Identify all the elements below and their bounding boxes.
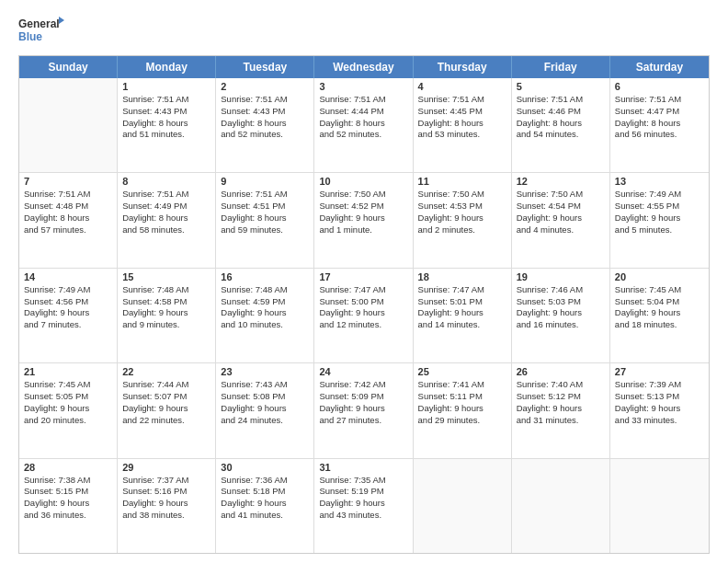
- cell-line: Sunrise: 7:51 AM: [418, 94, 506, 106]
- calendar-body: 1Sunrise: 7:51 AMSunset: 4:43 PMDaylight…: [19, 78, 709, 553]
- cell-line: Daylight: 9 hours: [24, 403, 112, 415]
- cell-line: Daylight: 9 hours: [122, 403, 210, 415]
- day-number: 22: [122, 366, 210, 377]
- cell-line: Sunset: 5:12 PM: [517, 391, 605, 403]
- calendar-day-11: 11Sunrise: 7:50 AMSunset: 4:53 PMDayligh…: [414, 173, 512, 267]
- cell-line: and 57 minutes.: [24, 224, 112, 236]
- cell-line: and 24 minutes.: [221, 415, 309, 427]
- cell-line: Sunrise: 7:51 AM: [615, 94, 704, 106]
- header-day-friday: Friday: [512, 56, 610, 78]
- day-number: 5: [517, 81, 605, 92]
- header-day-sunday: Sunday: [19, 56, 118, 78]
- calendar-day-10: 10Sunrise: 7:50 AMSunset: 4:52 PMDayligh…: [314, 173, 413, 267]
- cell-line: and 1 minute.: [319, 224, 407, 236]
- cell-line: and 5 minutes.: [615, 224, 704, 236]
- cell-line: Sunset: 4:54 PM: [517, 201, 605, 213]
- day-number: 25: [418, 366, 506, 377]
- calendar-day-22: 22Sunrise: 7:44 AMSunset: 5:07 PMDayligh…: [118, 363, 216, 457]
- cell-line: Sunset: 4:52 PM: [319, 201, 407, 213]
- day-number: 14: [24, 271, 112, 282]
- day-number: 6: [615, 81, 704, 92]
- cell-line: Sunrise: 7:51 AM: [122, 189, 210, 201]
- cell-line: Sunset: 5:11 PM: [418, 391, 506, 403]
- calendar-day-8: 8Sunrise: 7:51 AMSunset: 4:49 PMDaylight…: [118, 173, 216, 267]
- cell-line: Daylight: 9 hours: [418, 307, 506, 319]
- calendar-day-31: 31Sunrise: 7:35 AMSunset: 5:19 PMDayligh…: [314, 459, 413, 553]
- day-number: 7: [24, 176, 112, 187]
- logo: General Blue: [18, 15, 64, 48]
- calendar-week-1: 1Sunrise: 7:51 AMSunset: 4:43 PMDaylight…: [19, 78, 709, 173]
- cell-line: Daylight: 9 hours: [221, 498, 309, 510]
- calendar-week-3: 14Sunrise: 7:49 AMSunset: 4:56 PMDayligh…: [19, 269, 709, 363]
- cell-line: and 33 minutes.: [615, 415, 704, 427]
- cell-line: and 18 minutes.: [615, 319, 704, 331]
- cell-line: Sunset: 5:05 PM: [24, 391, 112, 403]
- cell-line: Daylight: 9 hours: [221, 403, 309, 415]
- calendar-day-21: 21Sunrise: 7:45 AMSunset: 5:05 PMDayligh…: [19, 363, 118, 457]
- day-number: 4: [418, 81, 506, 92]
- calendar-week-4: 21Sunrise: 7:45 AMSunset: 5:05 PMDayligh…: [19, 363, 709, 458]
- cell-line: Sunset: 4:59 PM: [221, 296, 309, 308]
- calendar-day-28: 28Sunrise: 7:38 AMSunset: 5:15 PMDayligh…: [19, 459, 118, 553]
- calendar-day-7: 7Sunrise: 7:51 AMSunset: 4:48 PMDaylight…: [19, 173, 118, 267]
- calendar-day-3: 3Sunrise: 7:51 AMSunset: 4:44 PMDaylight…: [314, 78, 413, 172]
- cell-line: Daylight: 9 hours: [122, 307, 210, 319]
- cell-line: Daylight: 9 hours: [319, 213, 407, 224]
- cell-line: Sunset: 5:04 PM: [615, 296, 704, 308]
- cell-line: Sunset: 4:43 PM: [221, 106, 309, 118]
- cell-line: Sunrise: 7:51 AM: [517, 94, 605, 106]
- calendar-day-14: 14Sunrise: 7:49 AMSunset: 4:56 PMDayligh…: [19, 269, 118, 362]
- cell-line: Daylight: 9 hours: [24, 498, 112, 510]
- calendar-week-2: 7Sunrise: 7:51 AMSunset: 4:48 PMDaylight…: [19, 173, 709, 268]
- day-number: 11: [418, 176, 506, 187]
- header-day-thursday: Thursday: [414, 56, 512, 78]
- calendar-day-12: 12Sunrise: 7:50 AMSunset: 4:54 PMDayligh…: [512, 173, 610, 267]
- cell-line: and 54 minutes.: [517, 129, 605, 141]
- day-number: 28: [24, 462, 112, 473]
- cell-line: Sunrise: 7:51 AM: [122, 94, 210, 106]
- svg-text:Blue: Blue: [18, 30, 42, 43]
- cell-line: Sunset: 4:58 PM: [122, 296, 210, 308]
- day-number: 8: [122, 176, 210, 187]
- calendar-day-15: 15Sunrise: 7:48 AMSunset: 4:58 PMDayligh…: [118, 269, 216, 362]
- calendar-day-27: 27Sunrise: 7:39 AMSunset: 5:13 PMDayligh…: [610, 363, 709, 457]
- cell-line: Daylight: 9 hours: [615, 403, 704, 415]
- calendar-day-5: 5Sunrise: 7:51 AMSunset: 4:46 PMDaylight…: [512, 78, 610, 172]
- cell-line: Sunset: 5:01 PM: [418, 296, 506, 308]
- cell-line: and 2 minutes.: [418, 224, 506, 236]
- cell-line: and 43 minutes.: [319, 510, 407, 522]
- cell-line: and 36 minutes.: [24, 510, 112, 522]
- calendar-day-26: 26Sunrise: 7:40 AMSunset: 5:12 PMDayligh…: [512, 363, 610, 457]
- calendar-day-1: 1Sunrise: 7:51 AMSunset: 4:43 PMDaylight…: [118, 78, 216, 172]
- svg-text:General: General: [18, 17, 60, 30]
- cell-line: Daylight: 8 hours: [319, 118, 407, 130]
- cell-line: and 4 minutes.: [517, 224, 605, 236]
- cell-line: and 53 minutes.: [418, 129, 506, 141]
- header: General Blue: [18, 15, 710, 48]
- header-day-monday: Monday: [118, 56, 216, 78]
- cell-line: Sunset: 4:48 PM: [24, 201, 112, 213]
- cell-line: Sunset: 5:00 PM: [319, 296, 407, 308]
- cell-line: Sunrise: 7:45 AM: [615, 284, 704, 296]
- cell-line: Sunrise: 7:48 AM: [221, 284, 309, 296]
- cell-line: Sunrise: 7:50 AM: [517, 189, 605, 201]
- logo-svg: General Blue: [18, 15, 64, 48]
- cell-line: Daylight: 9 hours: [418, 403, 506, 415]
- cell-line: and 31 minutes.: [517, 415, 605, 427]
- day-number: 29: [122, 462, 210, 473]
- cell-line: Sunrise: 7:35 AM: [319, 475, 407, 487]
- calendar-day-20: 20Sunrise: 7:45 AMSunset: 5:04 PMDayligh…: [610, 269, 709, 362]
- cell-line: Daylight: 9 hours: [615, 213, 704, 224]
- cell-line: Sunset: 4:53 PM: [418, 201, 506, 213]
- day-number: 1: [122, 81, 210, 92]
- calendar-day-23: 23Sunrise: 7:43 AMSunset: 5:08 PMDayligh…: [216, 363, 314, 457]
- cell-line: Daylight: 9 hours: [221, 307, 309, 319]
- cell-line: Sunset: 4:55 PM: [615, 201, 704, 213]
- cell-line: Daylight: 8 hours: [24, 213, 112, 224]
- cell-line: Daylight: 9 hours: [24, 307, 112, 319]
- day-number: 2: [221, 81, 309, 92]
- cell-line: Sunrise: 7:51 AM: [221, 189, 309, 201]
- cell-line: Sunset: 5:18 PM: [221, 486, 309, 498]
- cell-line: Sunset: 5:03 PM: [517, 296, 605, 308]
- cell-line: and 38 minutes.: [122, 510, 210, 522]
